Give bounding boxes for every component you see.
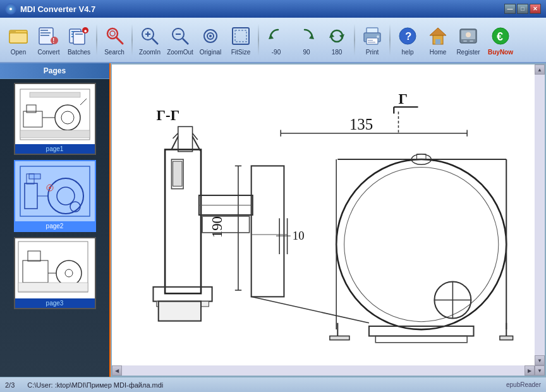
svg-rect-94: [173, 161, 182, 186]
fitsize-button[interactable]: FitSize: [226, 20, 255, 59]
rot180-button[interactable]: 180: [322, 20, 351, 59]
sidebar: Pages: [0, 63, 111, 377]
zoomout-button[interactable]: ZoomOut: [166, 20, 195, 59]
batches-icon: ●: [68, 25, 90, 47]
scroll-page-down-button[interactable]: ▼: [535, 355, 545, 365]
zoomout-icon: [169, 25, 191, 47]
sep1: [96, 24, 97, 56]
zoomin-icon: [138, 25, 161, 47]
page-info: 2/3: [5, 381, 15, 389]
convert-label: Convert: [37, 49, 59, 56]
svg-rect-39: [368, 40, 373, 41]
batches-label: Batches: [68, 49, 90, 56]
svg-rect-40: [368, 42, 375, 43]
scroll-left-button[interactable]: ◀: [112, 365, 122, 376]
scroll-right-button[interactable]: ▶: [525, 365, 535, 376]
svg-rect-82: [18, 283, 88, 291]
original-icon: [199, 25, 222, 47]
page-thumb-1[interactable]: page1: [14, 83, 96, 155]
buynow-icon: €: [489, 25, 512, 47]
svg-rect-14: [75, 34, 83, 35]
buynow-button[interactable]: € BuyNow: [484, 20, 517, 59]
svg-rect-132: [500, 336, 513, 340]
svg-text:Г: Г: [399, 91, 408, 107]
help-icon: ?: [396, 25, 419, 47]
sep2: [131, 24, 133, 56]
svg-line-18: [116, 37, 123, 44]
svg-text:135: 135: [349, 116, 373, 133]
title-bar: ● MDI Converter V4.7 — □ ✕: [0, 0, 546, 18]
svg-text:€: €: [497, 30, 503, 43]
original-label: Original: [200, 49, 221, 56]
svg-rect-4: [40, 30, 48, 31]
rot180-icon: [325, 25, 348, 47]
svg-rect-100: [159, 302, 201, 321]
sep3: [258, 24, 259, 56]
svg-rect-50: [463, 40, 467, 42]
page-thumb-3[interactable]: page3: [14, 237, 96, 309]
file-path: C:\User: :ktop\MDI\Пример MDI-файла.mdi: [27, 381, 163, 389]
app-name: epubReader: [506, 381, 541, 388]
page1-image: [15, 84, 95, 144]
fitsize-icon: [229, 25, 252, 47]
page2-label: page2: [15, 221, 95, 231]
maximize-button[interactable]: □: [517, 4, 528, 14]
rot180-label: 180: [332, 49, 343, 56]
help-label: help: [402, 49, 414, 56]
print-button[interactable]: Print: [358, 20, 387, 59]
svg-rect-71: [29, 174, 40, 179]
scroll-end-button[interactable]: ▼: [535, 365, 545, 376]
window-controls[interactable]: — □ ✕: [504, 4, 541, 14]
svg-point-29: [209, 35, 212, 37]
close-button[interactable]: ✕: [530, 4, 541, 14]
sep5: [389, 24, 391, 56]
main-drawing: Г-Г Г 135: [112, 64, 535, 365]
zoomin-label: ZoomIn: [139, 49, 161, 56]
svg-rect-31: [235, 30, 246, 42]
horizontal-scrollbar[interactable]: ◀ ▶: [112, 365, 535, 376]
open-button[interactable]: Open: [4, 20, 33, 59]
register-label: Register: [456, 49, 480, 56]
toolbar: Open ! Convert ●: [0, 18, 546, 63]
batches-button[interactable]: ● Batches: [64, 20, 94, 59]
search-label: Search: [104, 49, 124, 56]
svg-marker-44: [430, 28, 446, 35]
content-area: Г-Г Г 135: [111, 63, 546, 377]
page1-label: page1: [15, 144, 95, 154]
original-button[interactable]: Original: [196, 20, 225, 59]
drawing-content: Г-Г Г 135: [112, 64, 545, 376]
print-label: Print: [366, 49, 379, 56]
svg-point-41: [377, 35, 379, 38]
page3-label: page3: [15, 298, 95, 308]
svg-rect-62: [30, 92, 80, 97]
rot90-button[interactable]: 90: [292, 20, 321, 59]
svg-rect-131: [330, 336, 349, 340]
search-button[interactable]: Search: [100, 20, 129, 59]
home-button[interactable]: Home: [423, 20, 452, 59]
buynow-label: BuyNow: [488, 49, 513, 56]
vertical-scrollbar[interactable]: ▲ ▼ ▼: [535, 64, 545, 376]
scroll-up-button[interactable]: ▲: [535, 64, 545, 75]
rot-90-button[interactable]: -90: [262, 20, 291, 59]
zoomout-label: ZoomOut: [167, 49, 193, 56]
home-label: Home: [430, 49, 447, 56]
register-icon: [457, 25, 480, 47]
zoomin-button[interactable]: ZoomIn: [135, 20, 164, 59]
page2-image: [15, 161, 95, 221]
minimize-button[interactable]: —: [504, 4, 516, 14]
fitsize-label: FitSize: [231, 49, 251, 56]
svg-text:?: ?: [405, 30, 411, 42]
svg-point-49: [466, 32, 471, 37]
svg-text:●: ●: [84, 28, 87, 34]
app-icon: ●: [5, 3, 16, 15]
svg-text:!: !: [52, 37, 54, 44]
status-bar: 2/3 C:\User: :ktop\MDI\Пример MDI-файла.…: [0, 377, 546, 392]
help-button[interactable]: ? help: [393, 20, 422, 59]
open-label: Open: [11, 49, 26, 56]
home-icon: [427, 25, 449, 47]
register-button[interactable]: Register: [454, 20, 483, 59]
page-thumb-2[interactable]: page2: [14, 160, 96, 232]
rot-90-icon: [265, 25, 288, 47]
convert-button[interactable]: ! Convert: [34, 20, 63, 59]
main-area: Pages: [0, 63, 546, 377]
